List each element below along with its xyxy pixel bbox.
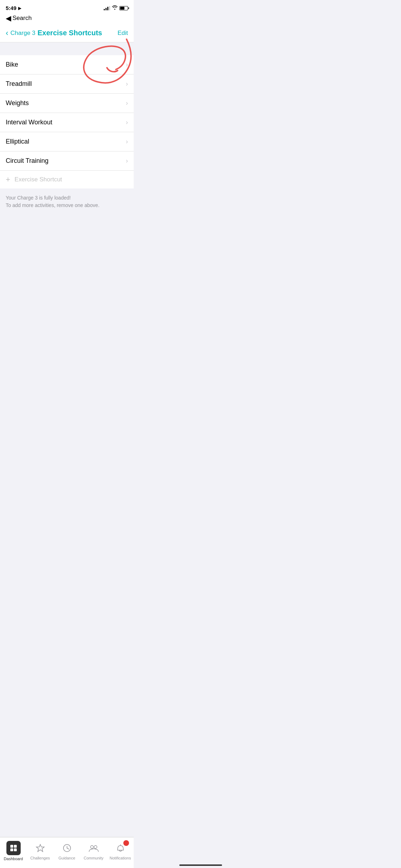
chevron-right-icon: › (126, 157, 128, 165)
chevron-right-icon: › (126, 61, 128, 68)
info-line2: To add more activities, remove one above… (6, 202, 128, 209)
battery-icon (119, 6, 128, 10)
search-back-label: Search (12, 15, 32, 22)
nav-back-device-label[interactable]: Charge 3 (10, 30, 35, 37)
exercise-name: Interval Workout (6, 119, 52, 126)
search-back-button[interactable]: ◀ Search (6, 15, 32, 22)
back-chevron-icon: ◀ (6, 15, 11, 22)
info-section: Your Charge 3 is fully loaded! To add mo… (0, 188, 134, 218)
list-item[interactable]: Weights › (0, 94, 134, 113)
edit-button[interactable]: Edit (118, 30, 128, 37)
chevron-right-icon: › (126, 138, 128, 145)
list-item[interactable]: Circuit Training › (0, 151, 134, 170)
section-gap (0, 42, 134, 55)
exercise-name: Circuit Training (6, 157, 48, 165)
exercise-list: Bike › Treadmill › Weights › Interval Wo… (0, 55, 134, 170)
add-shortcut-label: Exercise Shortcut (15, 176, 62, 183)
list-item[interactable]: Bike › (0, 55, 134, 74)
nav-left: ‹ Charge 3 Exercise Shortcuts (6, 29, 102, 37)
add-shortcut-row[interactable]: + Exercise Shortcut (0, 170, 134, 188)
chevron-right-icon: › (126, 119, 128, 126)
back-row: ◀ Search (0, 13, 134, 25)
exercise-name: Bike (6, 61, 18, 68)
list-item[interactable]: Interval Workout › (0, 113, 134, 132)
location-icon: ▶ (18, 6, 21, 11)
status-bar: 5:49 ▶ (0, 0, 134, 13)
exercise-name: Treadmill (6, 80, 32, 88)
exercise-name: Weights (6, 99, 29, 107)
chevron-right-icon: › (126, 80, 128, 88)
status-icons (104, 5, 128, 11)
exercise-name: Elliptical (6, 138, 29, 145)
nav-header: ‹ Charge 3 Exercise Shortcuts Edit (0, 25, 134, 42)
list-item[interactable]: Elliptical › (0, 132, 134, 151)
signal-icon (104, 6, 110, 10)
info-line1: Your Charge 3 is fully loaded! (6, 194, 128, 202)
status-time: 5:49 (6, 5, 16, 11)
nav-back-chevron-icon: ‹ (6, 29, 8, 37)
wifi-icon (112, 5, 118, 11)
list-item[interactable]: Treadmill › (0, 74, 134, 94)
add-icon: + (6, 176, 10, 184)
page-title: Exercise Shortcuts (37, 29, 102, 37)
chevron-right-icon: › (126, 99, 128, 107)
